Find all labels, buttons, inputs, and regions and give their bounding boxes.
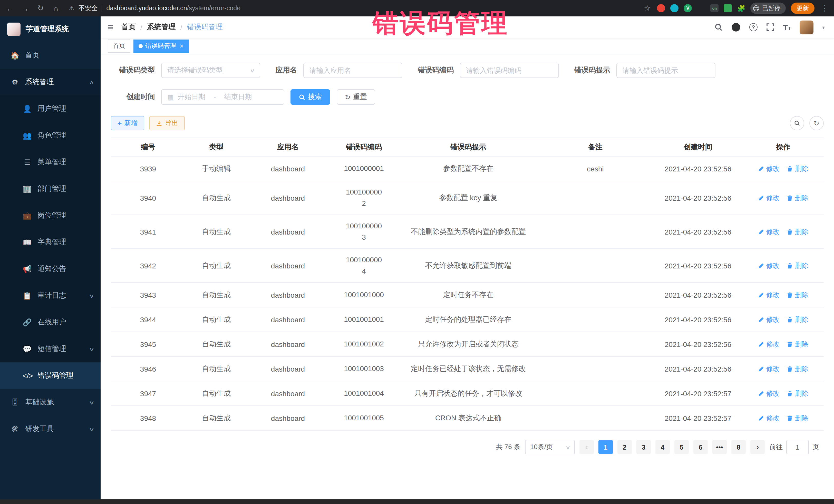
date-range-picker[interactable]: ▦ 开始日期 - 结束日期	[161, 89, 284, 105]
extension-teal-icon[interactable]	[670, 4, 679, 12]
sidebar-item-system[interactable]: ⚙系统管理∧	[0, 69, 101, 95]
cell-type: 自动生成	[185, 283, 247, 307]
extension-grid-icon[interactable]	[697, 4, 705, 12]
edit-link[interactable]: 修改	[758, 413, 780, 423]
delete-link[interactable]: 删除	[787, 193, 808, 202]
delete-link[interactable]: 删除	[787, 290, 808, 300]
extension-red-icon[interactable]	[657, 4, 665, 12]
hamburger-icon[interactable]: ≡	[108, 22, 113, 32]
add-button[interactable]: + 新增	[111, 116, 144, 130]
cell-actions: 修改删除	[743, 156, 824, 181]
extension-green-icon[interactable]: V	[684, 4, 692, 12]
cell-type: 自动生成	[185, 406, 247, 430]
edit-link[interactable]: 修改	[758, 364, 780, 373]
delete-link[interactable]: 删除	[787, 227, 808, 236]
filter-error-hint: 错误码提示	[574, 63, 716, 78]
github-icon[interactable]	[731, 23, 740, 32]
page-button-1[interactable]: 1	[598, 440, 613, 454]
browser-menu-icon[interactable]: ⋮	[820, 4, 829, 13]
help-icon[interactable]: ?	[749, 23, 757, 31]
sidebar-item-dict[interactable]: 📖字典管理	[0, 229, 101, 256]
address-bar[interactable]: ⚠ 不安全 dashboard.yudao.iocoder.cn/system/…	[69, 4, 240, 13]
sidebar-item-online[interactable]: 🔗在线用户	[0, 309, 101, 336]
error-hint-input[interactable]	[616, 63, 716, 78]
filter-error-type: 错误码类型 请选择错误码类型 ∨	[111, 63, 260, 78]
bookmark-star-icon[interactable]: ☆	[642, 4, 652, 13]
app-name-input[interactable]	[303, 63, 402, 78]
page-button-4[interactable]: 4	[655, 440, 670, 454]
edit-link[interactable]: 修改	[758, 164, 780, 173]
pager-ellipsis[interactable]: •••	[712, 440, 727, 454]
extension-leaf-icon[interactable]	[724, 4, 732, 12]
edit-link[interactable]: 修改	[758, 290, 780, 300]
edit-link[interactable]: 修改	[758, 389, 780, 398]
sidebar-item-tools[interactable]: 🛠研发工具∨	[0, 416, 101, 442]
delete-link[interactable]: 删除	[787, 261, 808, 270]
tab-错误码管理[interactable]: 错误码管理×	[133, 39, 189, 52]
extensions-puzzle-icon[interactable]: 🧩	[737, 4, 745, 12]
error-type-select[interactable]: 请选择错误码类型 ∨	[161, 63, 260, 78]
page-button-3[interactable]: 3	[636, 440, 651, 454]
prev-page-button[interactable]: ‹	[579, 440, 594, 454]
cell-type: 自动生成	[185, 249, 247, 283]
toggle-search-button[interactable]	[790, 116, 804, 130]
delete-link[interactable]: 删除	[787, 339, 808, 349]
sidebar-item-post[interactable]: 💼岗位管理	[0, 202, 101, 229]
delete-link[interactable]: 删除	[787, 389, 808, 398]
browser-profile-button[interactable]: 😊 已暂停	[751, 3, 786, 14]
edit-link[interactable]: 修改	[758, 315, 780, 324]
delete-link[interactable]: 删除	[787, 413, 808, 423]
breadcrumb-item[interactable]: 首页	[122, 23, 136, 32]
fullscreen-icon[interactable]	[766, 23, 774, 31]
sidebar-item-log[interactable]: 📋审计日志∨	[0, 282, 101, 309]
sidebar-item-infra[interactable]: 🗄基础设施∨	[0, 389, 101, 416]
tab-首页[interactable]: 首页	[108, 39, 130, 52]
next-page-button[interactable]: ›	[750, 440, 765, 454]
filter-app-name: 应用名	[276, 63, 402, 78]
breadcrumb-item[interactable]: 系统管理	[147, 23, 176, 32]
sidebar-item-label: 字典管理	[38, 238, 66, 247]
forward-icon[interactable]: →	[21, 4, 30, 13]
page-button-2[interactable]: 2	[617, 440, 632, 454]
search-icon[interactable]	[714, 23, 722, 31]
app-logo[interactable]: 芋道管理系统	[0, 17, 101, 42]
delete-link[interactable]: 删除	[787, 164, 808, 173]
filter-row-1: 错误码类型 请选择错误码类型 ∨ 应用名 错误码编码	[111, 63, 824, 78]
page-button-6[interactable]: 6	[694, 440, 708, 454]
edit-link[interactable]: 修改	[758, 227, 780, 236]
delete-link[interactable]: 删除	[787, 315, 808, 324]
delete-link-label: 删除	[795, 164, 808, 173]
error-code-input[interactable]	[460, 63, 559, 78]
user-avatar[interactable]	[799, 20, 813, 34]
goto-page-input[interactable]	[786, 440, 809, 454]
delete-link[interactable]: 删除	[787, 364, 808, 373]
sidebar-item-notice[interactable]: 📢通知公告	[0, 256, 101, 282]
back-icon[interactable]: ←	[5, 4, 14, 13]
avatar-caret-icon[interactable]: ▾	[822, 24, 825, 30]
page-button-8[interactable]: 8	[731, 440, 746, 454]
sidebar-item-errorcode[interactable]: </>错误码管理	[0, 363, 101, 389]
sidebar-item-user[interactable]: 👤用户管理	[0, 95, 101, 122]
sidebar-item-sms[interactable]: 💬短信管理∨	[0, 336, 101, 363]
font-size-icon[interactable]: TT	[783, 23, 791, 31]
browser-home-icon[interactable]: ⌂	[51, 4, 61, 13]
chevron-down-icon: ∨	[249, 67, 255, 73]
sidebar-item-home[interactable]: 🏠首页	[0, 42, 101, 69]
sidebar-item-dept[interactable]: 🏢部门管理	[0, 176, 101, 202]
edit-link[interactable]: 修改	[758, 193, 780, 202]
browser-update-button[interactable]: 更新	[791, 3, 814, 14]
page-size-select[interactable]: 10条/页 ∨	[525, 440, 575, 454]
close-icon[interactable]: ×	[180, 42, 183, 50]
edit-link[interactable]: 修改	[758, 339, 780, 349]
edit-link[interactable]: 修改	[758, 261, 780, 270]
search-button[interactable]: 搜索	[290, 89, 330, 105]
reset-button[interactable]: ↻ 重置	[337, 89, 375, 105]
delete-link-label: 删除	[795, 227, 808, 236]
sidebar-item-role[interactable]: 👥角色管理	[0, 122, 101, 149]
extension-dark-icon[interactable]: on	[710, 4, 719, 12]
page-button-5[interactable]: 5	[674, 440, 689, 454]
sidebar-item-menu[interactable]: ☰菜单管理	[0, 149, 101, 176]
reload-icon[interactable]: ↻	[36, 4, 45, 13]
refresh-table-button[interactable]: ↻	[809, 116, 824, 130]
export-button[interactable]: 导出	[149, 116, 185, 130]
